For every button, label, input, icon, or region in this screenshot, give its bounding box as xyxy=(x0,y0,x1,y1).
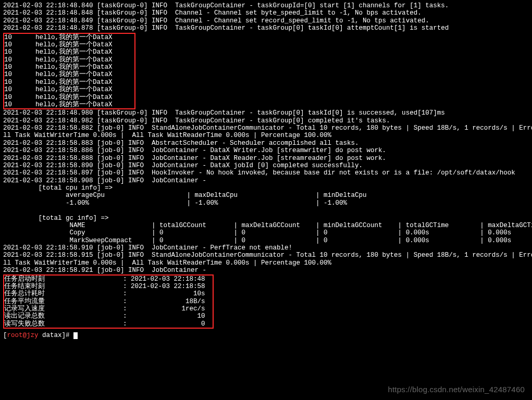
log-line: 10 hello,我的第一个DataX xyxy=(4,101,134,108)
terminal-output[interactable]: 2021-02-03 22:18:48.840 [taskGroup-0] IN… xyxy=(3,2,529,340)
log-line: -1.00% | -1.00% | -1.00% xyxy=(3,199,529,207)
log-line: averageCpu | maxDeltaCpu | minDeltaCpu xyxy=(3,192,529,199)
log-line: MarkSweepCompact | 0 | 0 | 0 | 0.000s | … xyxy=(3,237,529,244)
log-line: 2021-02-03 22:18:58.897 [job-0] INFO Hoo… xyxy=(3,169,529,177)
log-line: 2021-02-03 22:18:48.982 [taskGroup-0] IN… xyxy=(3,117,529,124)
log-line: ll Task WaitWriterTime 0.000s | All Task… xyxy=(3,132,529,139)
log-line: 2021-02-03 22:18:58.915 [job-0] INFO Sta… xyxy=(3,252,529,259)
log-line: NAME | totalGCCount | maxDeltaGCCount | … xyxy=(3,222,529,229)
log-line xyxy=(3,207,529,214)
log-line: 2021-02-03 22:18:58.888 [job-0] INFO Job… xyxy=(3,155,529,162)
log-line: [total cpu info] => xyxy=(3,184,529,192)
cursor-icon xyxy=(73,332,78,339)
log-line: 10 hello,我的第一个DataX xyxy=(4,56,134,64)
log-line: 2021-02-03 22:18:48.848 [taskGroup-0] IN… xyxy=(3,9,529,17)
prompt-dir: datax xyxy=(42,332,62,339)
prompt-user-host: root@jzy xyxy=(7,332,39,339)
log-line: 10 hello,我的第一个DataX xyxy=(4,48,134,56)
log-line: 2021-02-03 22:18:48.849 [taskGroup-0] IN… xyxy=(3,17,529,24)
log-block-mid: 2021-02-03 22:18:48.980 [taskGroup-0] IN… xyxy=(3,109,529,274)
log-line: 2021-02-03 22:18:58.908 [job-0] INFO Job… xyxy=(3,177,529,184)
log-line: 10 hello,我的第一个DataX xyxy=(4,86,134,93)
log-line: 2021-02-03 22:18:58.883 [job-0] INFO Abs… xyxy=(3,140,529,147)
log-line: 读出记录总数 : 10 xyxy=(4,312,213,320)
log-line: 2021-02-03 22:18:58.910 [job-0] INFO Job… xyxy=(3,244,529,252)
log-line: 10 hello,我的第一个DataX xyxy=(4,41,134,48)
log-line: 2021-02-03 22:18:58.890 [job-0] INFO Job… xyxy=(3,162,529,169)
log-line: 2021-02-03 22:18:48.840 [taskGroup-0] IN… xyxy=(3,2,529,9)
log-line: 2021-02-03 22:18:58.882 [job-0] INFO Sta… xyxy=(3,124,529,132)
log-line: 10 hello,我的第一个DataX xyxy=(4,94,134,101)
log-line: 任务总计耗时 : 10s xyxy=(4,290,213,297)
log-block-pre: 2021-02-03 22:18:48.840 [taskGroup-0] IN… xyxy=(3,2,529,32)
log-line: 读写失败总数 : 0 xyxy=(4,320,213,328)
highlight-box-hello: 10 hello,我的第一个DataX10 hello,我的第一个DataX10… xyxy=(3,33,135,110)
log-line: ll Task WaitWriterTime 0.000s | All Task… xyxy=(3,259,529,267)
log-line: 10 hello,我的第一个DataX xyxy=(4,34,134,41)
log-line: [total gc info] => xyxy=(3,215,529,222)
log-line: Copy | 0 | 0 | 0 | 0.000s | 0.000s | xyxy=(3,229,529,236)
shell-prompt[interactable]: [root@jzy datax]# xyxy=(3,332,529,339)
log-line: 任务平均流量 : 18B/s xyxy=(4,298,213,305)
watermark-text: https://blog.csdn.net/weixin_42487460 xyxy=(388,385,525,394)
log-line: 记录写入速度 : 1rec/s xyxy=(4,305,213,312)
log-line: 任务结束时刻 : 2021-02-03 22:18:58 xyxy=(4,283,213,290)
log-line: 2021-02-03 22:18:58.921 [job-0] INFO Job… xyxy=(3,267,529,274)
highlight-box-summary: 任务启动时刻 : 2021-02-03 22:18:48任务结束时刻 : 202… xyxy=(3,274,214,329)
log-line: 10 hello,我的第一个DataX xyxy=(4,79,134,86)
log-line: 10 hello,我的第一个DataX xyxy=(4,64,134,71)
log-line: 2021-02-03 22:18:48.878 [taskGroup-0] IN… xyxy=(3,24,529,32)
log-line: 2021-02-03 22:18:48.980 [taskGroup-0] IN… xyxy=(3,109,529,117)
log-line: 2021-02-03 22:18:58.886 [job-0] INFO Job… xyxy=(3,147,529,154)
log-line: 10 hello,我的第一个DataX xyxy=(4,71,134,78)
prompt-suffix: # xyxy=(66,332,70,339)
log-line: 任务启动时刻 : 2021-02-03 22:18:48 xyxy=(4,276,213,283)
